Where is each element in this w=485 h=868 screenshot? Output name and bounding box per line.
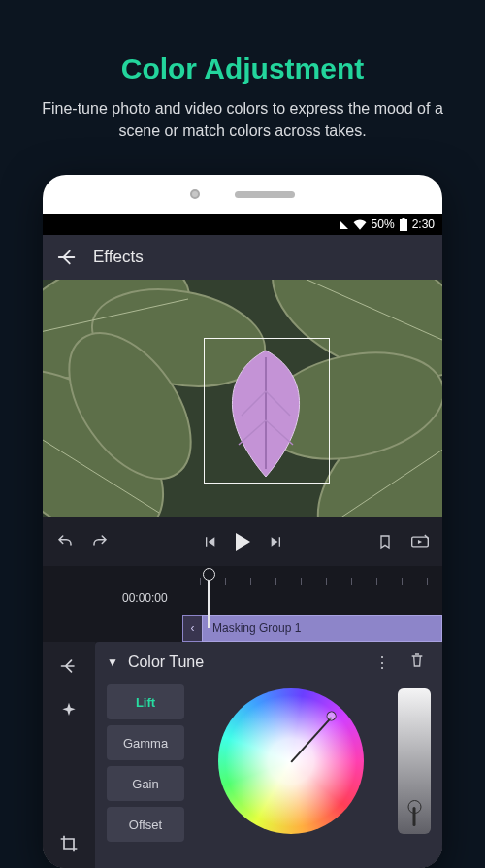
tab-gain[interactable]: Gain	[107, 766, 184, 801]
selection-box[interactable]	[204, 338, 330, 484]
svg-rect-0	[400, 219, 407, 231]
crop-icon[interactable]	[58, 833, 80, 854]
redo-button[interactable]	[91, 533, 109, 551]
play-icon	[236, 533, 250, 551]
effects-sidebar	[43, 642, 95, 868]
color-tune-panel: ▼ Color Tune ⋮ Lift Gamma Gain Offset	[95, 642, 442, 868]
nav-title: Effects	[93, 248, 144, 267]
playhead[interactable]	[208, 572, 210, 628]
play-button[interactable]	[236, 533, 250, 551]
luminance-handle[interactable]	[413, 807, 416, 826]
speaker-grille	[235, 191, 295, 198]
status-bar: 50% 2:30	[43, 214, 442, 235]
camera-lens-icon	[190, 189, 200, 199]
clock: 2:30	[412, 217, 435, 231]
panel-back-button[interactable]	[58, 655, 80, 677]
timeline-ruler[interactable]: 00:00:00	[43, 570, 442, 613]
bookmark-button[interactable]	[376, 533, 394, 551]
timeline-ticks	[200, 578, 442, 585]
promo-subtitle: Fine-tune photo and video colors to expr…	[0, 85, 485, 142]
device-frame: 50% 2:30 Effects	[43, 175, 442, 868]
tab-offset[interactable]: Offset	[107, 807, 184, 842]
effects-panel: ▼ Color Tune ⋮ Lift Gamma Gain Offset	[43, 642, 442, 868]
screen: 50% 2:30 Effects	[43, 214, 442, 868]
back-button[interactable]	[56, 247, 78, 268]
device-notch	[43, 175, 442, 214]
timeline[interactable]: 00:00:00 ‹ Masking Group 1	[43, 566, 442, 642]
delete-button[interactable]	[404, 651, 431, 673]
color-wheel-indicator[interactable]	[290, 717, 332, 762]
cell-signal-icon	[340, 220, 348, 229]
transport-bar	[43, 517, 442, 566]
collapse-caret-icon[interactable]: ▼	[107, 655, 118, 669]
color-wheel[interactable]	[218, 688, 364, 834]
loop-range-button[interactable]	[411, 533, 429, 551]
clip-trim-handle[interactable]: ‹	[182, 615, 202, 642]
prev-frame-button[interactable]	[201, 533, 218, 551]
next-frame-button[interactable]	[268, 533, 285, 551]
battery-icon	[400, 218, 407, 231]
tab-gamma[interactable]: Gamma	[107, 725, 184, 760]
more-button[interactable]: ⋮	[369, 653, 396, 672]
preview-viewport[interactable]	[43, 280, 442, 517]
svg-rect-1	[402, 218, 404, 220]
timeline-track[interactable]: ‹ Masking Group 1	[43, 615, 442, 642]
clip-label: Masking Group 1	[212, 621, 301, 635]
clip-masking-group[interactable]: Masking Group 1	[202, 615, 442, 642]
promo-title: Color Adjustment	[0, 0, 485, 85]
color-param-tabs: Lift Gamma Gain Offset	[107, 684, 184, 842]
luminance-slider[interactable]	[398, 688, 431, 834]
tab-lift[interactable]: Lift	[107, 684, 184, 719]
sparkle-icon[interactable]	[58, 700, 80, 721]
battery-pct: 50%	[372, 217, 395, 231]
wifi-icon	[353, 219, 367, 230]
nav-bar: Effects	[43, 235, 442, 280]
playhead-time: 00:00:00	[122, 591, 168, 605]
panel-title: Color Tune	[128, 653, 204, 671]
undo-button[interactable]	[56, 533, 74, 551]
